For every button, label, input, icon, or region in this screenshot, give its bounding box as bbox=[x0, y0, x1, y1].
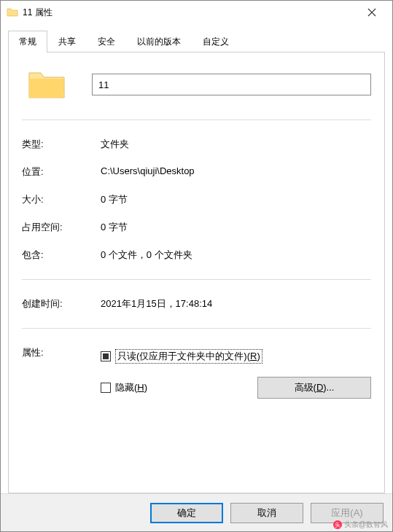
tab-general[interactable]: 常规 bbox=[8, 31, 47, 52]
general-panel: 类型: 文件夹 位置: C:\Users\qiuji\Desktop 大小: 0… bbox=[8, 52, 385, 493]
ok-button[interactable]: 确定 bbox=[150, 503, 223, 523]
attributes-value: 只读(仅应用于文件夹中的文件)(R) 隐藏(H) 高级(D)... bbox=[101, 346, 371, 399]
button-bar: 确定 取消 应用(A) 头 头条@数智风 bbox=[1, 493, 392, 531]
folder-large-icon bbox=[26, 67, 67, 102]
type-label: 类型: bbox=[22, 138, 101, 151]
readonly-row: 只读(仅应用于文件夹中的文件)(R) bbox=[101, 346, 371, 367]
created-value: 2021年1月15日，17:48:14 bbox=[101, 297, 371, 310]
attributes-label: 属性: bbox=[22, 346, 101, 399]
tab-share[interactable]: 共享 bbox=[47, 31, 87, 52]
window-title: 11 属性 bbox=[23, 7, 357, 19]
row-attributes: 属性: 只读(仅应用于文件夹中的文件)(R) 隐藏(H) 高级(D).. bbox=[22, 339, 371, 406]
separator bbox=[22, 328, 371, 329]
tab-bar: 常规 共享 安全 以前的版本 自定义 bbox=[8, 30, 385, 52]
watermark-text: 头条@数智风 bbox=[344, 520, 388, 530]
row-contains: 包含: 0 个文件，0 个文件夹 bbox=[22, 241, 371, 269]
separator bbox=[22, 120, 371, 120]
tab-previous-versions[interactable]: 以前的版本 bbox=[126, 31, 192, 52]
sizeondisk-label: 占用空间: bbox=[22, 221, 101, 234]
readonly-checkbox[interactable]: 只读(仅应用于文件夹中的文件)(R) bbox=[101, 349, 262, 364]
location-label: 位置: bbox=[22, 165, 101, 179]
row-created: 创建时间: 2021年1月15日，17:48:14 bbox=[22, 290, 371, 318]
created-label: 创建时间: bbox=[22, 297, 101, 310]
contains-label: 包含: bbox=[22, 249, 101, 262]
row-location: 位置: C:\Users\qiuji\Desktop bbox=[22, 158, 371, 186]
tab-security[interactable]: 安全 bbox=[87, 31, 126, 52]
hidden-checkbox[interactable]: 隐藏(H) bbox=[101, 381, 147, 394]
size-label: 大小: bbox=[22, 193, 101, 206]
folder-icon bbox=[7, 7, 18, 18]
tab-custom[interactable]: 自定义 bbox=[192, 31, 240, 52]
type-value: 文件夹 bbox=[101, 138, 371, 151]
checkbox-indeterminate-icon bbox=[101, 351, 111, 361]
folder-name-input[interactable] bbox=[92, 74, 371, 95]
watermark: 头 头条@数智风 bbox=[333, 520, 388, 530]
advanced-button[interactable]: 高级(D)... bbox=[257, 377, 371, 399]
content-area: 常规 共享 安全 以前的版本 自定义 类型: 文件夹 bbox=[1, 24, 392, 493]
readonly-label-text: 只读(仅应用于文件夹中的文件)(R) bbox=[115, 349, 262, 364]
checkbox-empty-icon bbox=[101, 383, 111, 393]
separator bbox=[22, 279, 371, 280]
sizeondisk-value: 0 字节 bbox=[101, 221, 371, 234]
row-size-on-disk: 占用空间: 0 字节 bbox=[22, 214, 371, 241]
close-button[interactable] bbox=[357, 1, 386, 24]
contains-value: 0 个文件，0 个文件夹 bbox=[101, 249, 371, 262]
size-value: 0 字节 bbox=[101, 193, 371, 206]
location-value: C:\Users\qiuji\Desktop bbox=[101, 165, 371, 179]
properties-dialog: 11 属性 常规 共享 安全 以前的版本 自定义 bbox=[0, 0, 393, 532]
cancel-button[interactable]: 取消 bbox=[230, 503, 303, 523]
header-row bbox=[22, 67, 371, 102]
row-size: 大小: 0 字节 bbox=[22, 186, 371, 214]
close-icon bbox=[367, 8, 376, 17]
hidden-advanced-row: 隐藏(H) 高级(D)... bbox=[101, 377, 371, 399]
titlebar: 11 属性 bbox=[1, 1, 392, 24]
row-type: 类型: 文件夹 bbox=[22, 130, 371, 158]
hidden-label-text: 隐藏(H) bbox=[115, 381, 147, 394]
watermark-icon: 头 bbox=[333, 520, 342, 529]
